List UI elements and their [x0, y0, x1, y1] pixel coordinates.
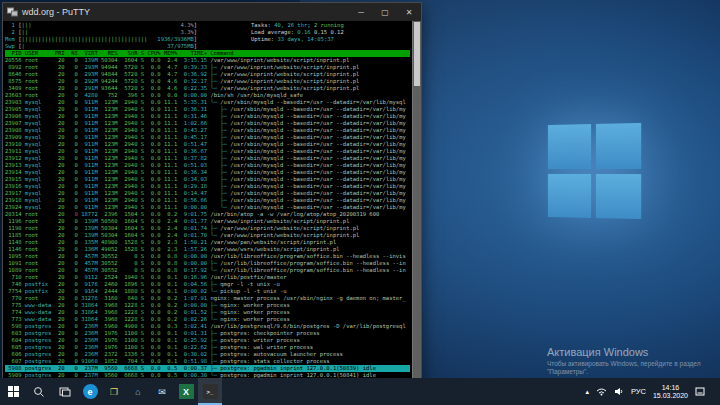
meter-line: Mem [|||||||||||||||||||||||||||||||||||… [5, 36, 410, 43]
htop-process-list: 20556 root 20 0 139M 50304 1604 S 0.0 2.… [5, 57, 410, 379]
process-row: 710 root 20 0 9112 2524 1940 S 0.0 0.1 0… [5, 274, 410, 281]
windows-logo-pane [596, 123, 641, 169]
clock-date: 15.03.2020 [653, 392, 688, 400]
meter-line: 1 [||| 4.3%]Tasks: 40, 26 thr; 2 running [5, 22, 410, 29]
search-icon [33, 386, 45, 398]
process-row: 8575 root 20 0 292M 94244 5720 S 0.0 4.6… [5, 78, 410, 85]
window-title-bar[interactable]: wdd.org - PuTTY ─ ▢ ✕ [3, 3, 421, 21]
volume-icon[interactable] [614, 387, 624, 396]
process-row: 23914 mysql 20 0 911M 123M 2940 S 0.0 11… [5, 169, 410, 176]
process-row: 23924 mysql 20 0 911M 123M 2940 S 0.0 11… [5, 204, 410, 211]
process-row: 20314 root 20 0 18772 2396 1504 S 0.0 0.… [5, 211, 410, 218]
process-row: 23906 mysql 20 0 911M 123M 2940 S 0.0 11… [5, 113, 410, 120]
process-row: 20556 root 20 0 139M 50304 1604 S 0.0 2.… [5, 57, 410, 64]
process-row: 23917 mysql 20 0 911M 123M 2940 S 0.0 11… [5, 190, 410, 197]
file-explorer-icon[interactable]: ❐ [102, 378, 126, 405]
activation-subtitle: Чтобы активировать Windows, перейдите в … [547, 360, 715, 376]
htop-column-header: PID USER PRI NI VIRT RES SHR S CPU% MEM%… [5, 50, 410, 57]
start-button[interactable] [0, 378, 26, 405]
clock-time: 14:16 [653, 384, 688, 392]
process-row: 23908 mysql 20 0 911M 123M 2940 S 0.0 11… [5, 127, 410, 134]
windows-logo-pane [548, 124, 591, 169]
store-icon[interactable]: ⌂ [126, 378, 150, 405]
process-row: 23916 mysql 20 0 911M 123M 2940 S 0.0 11… [5, 183, 410, 190]
terminal-scrollbar[interactable] [412, 21, 421, 392]
windows-logo-pane [596, 174, 641, 220]
putty-icon[interactable]: >_ [198, 378, 222, 405]
windows-logo [548, 123, 641, 219]
process-row: 8646 root 20 0 293M 94844 5720 S 0.0 4.7… [5, 71, 410, 78]
excel-glyph: X [179, 384, 194, 399]
process-row: 23909 mysql 20 0 911M 123M 2940 S 0.0 11… [5, 134, 410, 141]
edge-icon[interactable]: e [78, 378, 102, 405]
process-row: 598 postgres 20 0 236M 5960 4900 S 0.0 0… [5, 323, 410, 330]
windows-logo-pane [548, 173, 591, 218]
process-row: 23918 mysql 20 0 911M 123M 2940 S 0.0 11… [5, 197, 410, 204]
process-row: 1095 root 20 0 457M 30552 0 S 0.0 0.8 0:… [5, 253, 410, 260]
process-row: 23912 mysql 20 0 911M 123M 2940 S 0.0 11… [5, 155, 410, 162]
taskbar: e❐⌂✉X>_ ▴ РУС 14:16 15.03.2020 [0, 378, 720, 405]
process-row: 23603 root 20 0 4280 752 396 S 0.0 0.0 0… [5, 92, 410, 99]
process-row: 1091 root 20 0 457M 30552 0 S 0.0 0.8 0:… [5, 260, 410, 267]
tray-overflow-chevron-icon[interactable]: ▴ [585, 388, 589, 396]
process-row: 23911 mysql 20 0 911M 123M 2940 S 0.0 11… [5, 148, 410, 155]
meter-line: Swp [| 37/975MB] [5, 43, 410, 50]
process-row: 1185 root 20 0 139M 50304 1604 S 0.0 2.4… [5, 232, 410, 239]
maximize-button[interactable]: ▢ [373, 3, 397, 21]
process-row: 23907 mysql 20 0 911M 123M 2940 S 0.0 11… [5, 120, 410, 127]
action-center-icon[interactable] [695, 387, 705, 396]
language-indicator[interactable]: РУС [631, 387, 646, 396]
system-tray: ▴ РУС 14:16 15.03.2020 [582, 378, 720, 405]
process-row: 8992 root 20 0 293M 94944 5720 S 0.0 4.7… [5, 64, 410, 71]
process-row: 604 postgres 20 0 236M 1976 1100 S 0.0 0… [5, 337, 410, 344]
process-row: 1089 root 20 0 457M 30552 0 S 0.0 0.8 0:… [5, 267, 410, 274]
activation-title: Активация Windows [547, 346, 715, 358]
process-row: 5908 postgres 20 0 237M 9560 6668 S 0.0 … [5, 365, 410, 372]
wifi-icon[interactable] [596, 387, 607, 396]
process-row: 603 postgres 20 0 236M 1976 1100 S 0.0 0… [5, 330, 410, 337]
file-explorer-glyph: ❐ [107, 384, 122, 399]
process-row: 1148 root 20 0 135M 48900 1528 S 0.0 2.3… [5, 239, 410, 246]
mail-glyph: ✉ [155, 384, 170, 399]
process-row: 23910 mysql 20 0 911M 123M 2940 S 0.0 11… [5, 141, 410, 148]
activation-watermark: Активация Windows Чтобы активировать Win… [547, 346, 715, 376]
process-row: 607 postgres 20 0 91060 1852 704 S 0.0 0… [5, 358, 410, 365]
process-row: 3409 root 20 0 291M 93644 5720 S 0.0 4.6… [5, 85, 410, 92]
process-row: 7754 postfix 20 0 9164 2444 1880 S 0.0 0… [5, 288, 410, 295]
window-title: wdd.org - PuTTY [22, 7, 90, 17]
process-row: 770 root 20 0 31276 3160 840 S 0.0 0.2 1… [5, 295, 410, 302]
process-row: 23913 mysql 20 0 911M 123M 2940 S 0.0 11… [5, 162, 410, 169]
process-row: 773 www-data 20 0 31864 3968 1228 S 0.0 … [5, 316, 410, 323]
meter-line: 2 [|| 3.3%]Load average: 0.16 0.15 0.12 [5, 29, 410, 36]
process-row: 23905 mysql 20 0 911M 123M 2940 S 0.0 11… [5, 106, 410, 113]
htop-terminal[interactable]: 1 [||| 4.3%]Tasks: 40, 26 thr; 2 running… [3, 21, 412, 392]
taskbar-clock[interactable]: 14:16 15.03.2020 [653, 384, 688, 400]
process-row: 775 www-data 20 0 31864 3968 1228 S 0.0 … [5, 302, 410, 309]
process-row: 606 postgres 20 0 236M 2372 1336 S 0.0 0… [5, 351, 410, 358]
process-row: 605 postgres 20 0 236M 1976 1100 S 0.0 0… [5, 344, 410, 351]
putty-glyph: >_ [203, 384, 218, 399]
header-info: Tasks: 40, 26 thr; 2 running [251, 22, 344, 29]
process-row: 774 www-data 20 0 31864 3968 1228 S 0.0 … [5, 309, 410, 316]
process-row: 1196 root 20 0 139M 50560 1604 S 0.0 2.4… [5, 218, 410, 225]
task-view-icon [59, 386, 71, 398]
store-glyph: ⌂ [131, 384, 146, 399]
search-button[interactable] [26, 378, 52, 405]
process-row: 746 postfix 20 0 9176 2460 1896 S 0.0 0.… [5, 281, 410, 288]
process-row: 23903 mysql 20 0 911M 123M 2940 S 0.0 11… [5, 99, 410, 106]
htop-meters: 1 [||| 4.3%]Tasks: 40, 26 thr; 2 running… [5, 22, 410, 50]
process-row: 1146 root 20 0 136M 49052 1528 S 0.0 2.3… [5, 246, 410, 253]
close-button[interactable]: ✕ [397, 3, 421, 21]
window-controls: ─ ▢ ✕ [349, 3, 421, 21]
excel-icon[interactable]: X [174, 378, 198, 405]
scrollbar-thumb[interactable] [414, 22, 420, 86]
process-row: 1190 root 20 0 139M 50304 1604 S 0.0 2.4… [5, 225, 410, 232]
mail-icon[interactable]: ✉ [150, 378, 174, 405]
putty-window: wdd.org - PuTTY ─ ▢ ✕ 1 [||| 4.3%]Tasks:… [2, 2, 422, 393]
taskbar-app-icons: e❐⌂✉X>_ [78, 378, 222, 405]
minimize-button[interactable]: ─ [349, 3, 373, 21]
header-info: Uptime: 33 days, 14:05:37 [251, 36, 334, 43]
edge-glyph: e [83, 384, 98, 399]
process-row: 23915 mysql 20 0 911M 123M 2940 S 0.0 11… [5, 176, 410, 183]
task-view-button[interactable] [52, 378, 78, 405]
